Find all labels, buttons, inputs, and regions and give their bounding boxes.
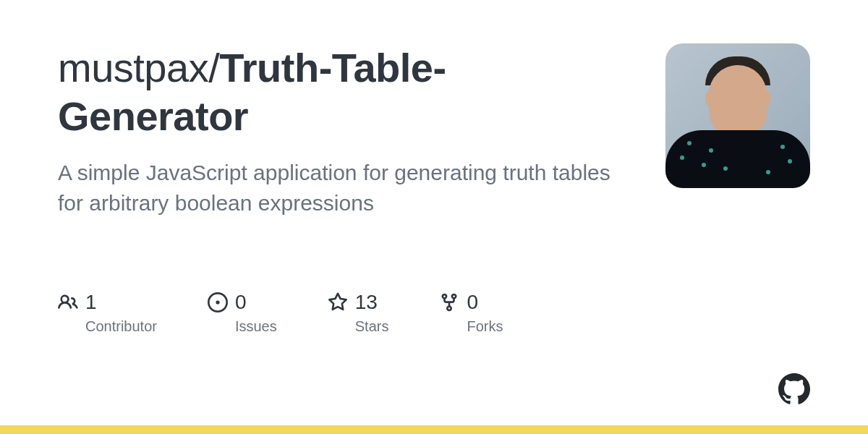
contributors-count: 1 <box>85 291 97 314</box>
repo-owner: mustpax <box>58 45 208 90</box>
contributors-label: Contributor <box>85 318 157 335</box>
issues-label: Issues <box>235 318 277 335</box>
left-content: mustpax/Truth-Table-Generator A simple J… <box>58 43 622 434</box>
slash: / <box>208 45 219 90</box>
social-card-container: mustpax/Truth-Table-Generator A simple J… <box>0 0 868 434</box>
stat-forks: 0 Forks <box>439 291 503 335</box>
people-icon <box>58 292 78 312</box>
stars-count: 13 <box>355 291 378 314</box>
fork-icon <box>439 292 459 312</box>
stars-label: Stars <box>355 318 389 335</box>
repo-description: A simple JavaScript application for gene… <box>58 158 622 218</box>
repo-title: mustpax/Truth-Table-Generator <box>58 43 622 140</box>
language-bar <box>0 425 868 434</box>
issues-count: 0 <box>235 291 247 314</box>
github-logo-icon <box>778 373 810 405</box>
stat-issues: 0 Issues <box>208 291 277 335</box>
avatar <box>665 43 810 188</box>
star-icon <box>328 292 348 312</box>
stat-contributors: 1 Contributor <box>58 291 157 335</box>
forks-count: 0 <box>467 291 478 314</box>
forks-label: Forks <box>467 318 503 335</box>
issue-icon <box>208 292 228 312</box>
stats-row: 1 Contributor 0 Issues 13 <box>58 291 622 335</box>
stat-stars: 13 Stars <box>328 291 389 335</box>
